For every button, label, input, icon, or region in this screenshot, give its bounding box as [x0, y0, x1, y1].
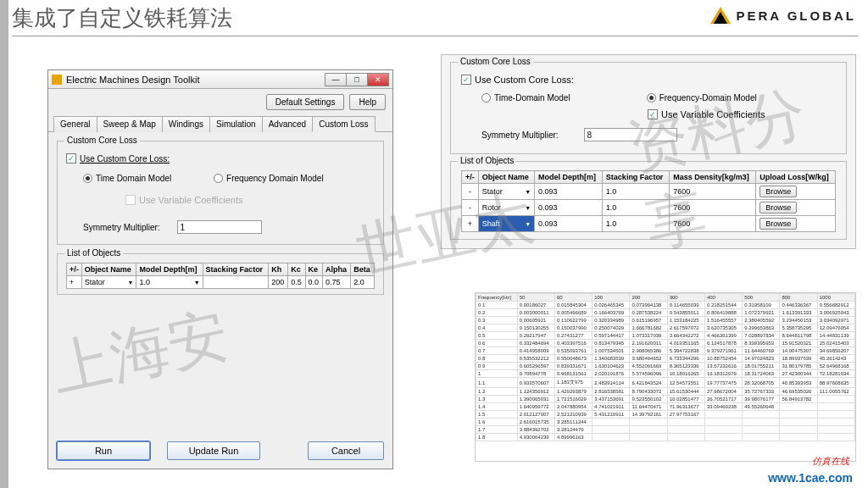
- data-cell[interactable]: 6.733344296: [667, 355, 704, 363]
- data-cell[interactable]: 0.114655039: [667, 302, 704, 309]
- data-cell[interactable]: 0.5: [476, 332, 518, 340]
- data-cell[interactable]: 3.437153691: [593, 396, 630, 403]
- data-cell[interactable]: [593, 419, 630, 426]
- data-cell[interactable]: 1.007534501: [593, 347, 630, 355]
- tab-simulation[interactable]: Simulation: [209, 116, 263, 132]
- data-cell[interactable]: 12.09476054: [817, 324, 854, 332]
- data-cell[interactable]: 0.31958109: [743, 302, 780, 309]
- data-cell[interactable]: 0.7: [476, 347, 518, 355]
- depth-cell[interactable]: 0.093: [535, 200, 603, 216]
- data-cell[interactable]: 0.150037990: [554, 324, 592, 332]
- data-row[interactable]: 1.31.3900650311.7215160293.4371536919.52…: [476, 396, 855, 403]
- dens-cell[interactable]: 7600: [670, 184, 756, 200]
- data-cell[interactable]: 46.69535026: [780, 388, 817, 396]
- data-cell[interactable]: 0.250074029: [593, 324, 630, 332]
- stack-cell[interactable]: 1.0: [602, 184, 669, 200]
- data-row[interactable]: 0.70.4149580090.5350937611.0075345012.90…: [476, 347, 855, 355]
- data-cell[interactable]: 1.5: [476, 411, 518, 419]
- data-cell[interactable]: 3.28124479: [554, 426, 592, 434]
- data-cell[interactable]: [743, 411, 780, 419]
- data-cell[interactable]: 33.09469238: [704, 403, 742, 411]
- data-row[interactable]: 0.50.292179470.274312770.5971444171.0733…: [476, 332, 855, 340]
- data-cell[interactable]: 31.80179785: [780, 363, 817, 370]
- data-row[interactable]: 0.90.6052965970.8393316711.6301046234.55…: [476, 363, 855, 370]
- data-cell[interactable]: 1.390065031: [517, 396, 554, 403]
- data-cell[interactable]: 0.00186027: [517, 302, 554, 309]
- data-cell[interactable]: 1.124356912: [517, 388, 554, 396]
- data-cell[interactable]: 2.816538581: [593, 388, 630, 396]
- data-cell[interactable]: [704, 411, 742, 419]
- data-cell[interactable]: 0.150130255: [517, 324, 554, 332]
- data-cell[interactable]: 0.556682912: [817, 302, 854, 309]
- table-row[interactable]: - Stator▼ 0.093 1.0 7600 Browse: [462, 184, 836, 200]
- data-cell[interactable]: 0.806419888: [704, 309, 742, 317]
- data-row[interactable]: 0.10.001860270.0158453040.0264653450.073…: [476, 302, 855, 309]
- data-cell[interactable]: 2.380405592: [743, 317, 780, 324]
- data-cell[interactable]: 1.721516029: [554, 396, 592, 403]
- data-cell[interactable]: 0.218251544: [704, 302, 742, 309]
- data-cell[interactable]: 0.8: [476, 355, 518, 363]
- data-cell[interactable]: [593, 434, 630, 441]
- cancel-button[interactable]: Cancel: [308, 441, 384, 460]
- time-domain-radio[interactable]: Time Domain Model: [83, 174, 171, 183]
- data-cell[interactable]: [817, 434, 854, 441]
- data-cell[interactable]: 71.96313677: [667, 403, 704, 411]
- data-cell[interactable]: 0.073994138: [630, 302, 667, 309]
- maximize-button[interactable]: □: [346, 73, 368, 86]
- data-cell[interactable]: 1.2: [476, 388, 518, 396]
- data-cell[interactable]: 0.320334989: [593, 317, 630, 324]
- data-cell[interactable]: 15.91520321: [780, 340, 817, 347]
- tab-windings[interactable]: Windings: [162, 116, 210, 132]
- data-cell[interactable]: 16.18312079: [704, 370, 742, 378]
- data-cell[interactable]: 35.72767333: [743, 388, 780, 396]
- data-cell[interactable]: [780, 419, 817, 426]
- data-cell[interactable]: 10.02851477: [667, 396, 704, 403]
- data-cell[interactable]: 2.617597072: [667, 324, 704, 332]
- symmetry-input[interactable]: [177, 220, 262, 234]
- data-cell[interactable]: 3.664342272: [667, 332, 704, 340]
- upload-cell[interactable]: Browse: [756, 216, 836, 232]
- data-cell[interactable]: 0.110622799: [554, 317, 592, 324]
- data-cell[interactable]: 28.32068705: [743, 378, 780, 388]
- data-cell[interactable]: 34.69856207: [817, 347, 854, 355]
- data-cell[interactable]: 4.930004239: [517, 434, 554, 441]
- tab-sweep[interactable]: Sweep & Map: [97, 116, 163, 132]
- data-cell[interactable]: 15.61530444: [667, 388, 704, 396]
- data-cell[interactable]: 6.421843524: [630, 378, 667, 388]
- data-cell[interactable]: 14.00475307: [780, 347, 817, 355]
- data-cell[interactable]: 1.3: [476, 396, 518, 403]
- data-cell[interactable]: 0.535532212: [517, 355, 554, 363]
- data-cell[interactable]: 1.153184225: [667, 317, 704, 324]
- data-cell[interactable]: 8.644811798: [780, 332, 817, 340]
- data-cell[interactable]: 0.9: [476, 363, 518, 370]
- table-row[interactable]: + Stator▼ 1.0▼ 200 0.5 0.0 0.75 2.0: [67, 276, 375, 289]
- loss-data-spreadsheet[interactable]: Frequency[Hz]506010020030040050080010000…: [475, 292, 856, 462]
- data-cell[interactable]: [593, 426, 630, 434]
- name-cell[interactable]: Shaft▼: [478, 216, 534, 232]
- data-cell[interactable]: 5.358735295: [780, 324, 817, 332]
- data-cell[interactable]: 1.7: [476, 426, 518, 434]
- default-settings-button[interactable]: Default Settings: [266, 94, 345, 110]
- chevron-down-icon[interactable]: ▼: [127, 280, 133, 286]
- data-cell[interactable]: 11.64460769: [743, 347, 780, 355]
- data-cell[interactable]: 45.2614243: [817, 355, 854, 363]
- titlebar[interactable]: Electric Machines Design Toolkit — □ ✕: [48, 70, 392, 89]
- data-row[interactable]: 0.30.006059210.1106227990.3203349890.615…: [476, 317, 855, 324]
- data-cell[interactable]: 11.64470471: [630, 403, 667, 411]
- data-cell[interactable]: [667, 419, 704, 426]
- data-cell[interactable]: 39.98076177: [743, 396, 780, 403]
- data-cell[interactable]: 111.0055762: [817, 388, 854, 396]
- data-cell[interactable]: 9.523550102: [630, 396, 667, 403]
- data-cell[interactable]: 0.550048673: [554, 355, 592, 363]
- freq-domain-radio2[interactable]: Frequency-Domain Model: [647, 93, 757, 103]
- data-cell[interactable]: [667, 434, 704, 441]
- data-cell[interactable]: 3.006925043: [817, 309, 854, 317]
- data-cell[interactable]: 4.552091669: [630, 363, 667, 370]
- stack-cell[interactable]: 1.0: [602, 216, 669, 232]
- data-cell[interactable]: 0.615196957: [630, 317, 667, 324]
- data-cell[interactable]: 0.29217947: [517, 332, 554, 340]
- data-cell[interactable]: [780, 426, 817, 434]
- data-cell[interactable]: 1.8: [476, 434, 518, 441]
- data-cell[interactable]: 6.124517878: [704, 340, 742, 347]
- data-cell[interactable]: 10.88752454: [704, 355, 742, 363]
